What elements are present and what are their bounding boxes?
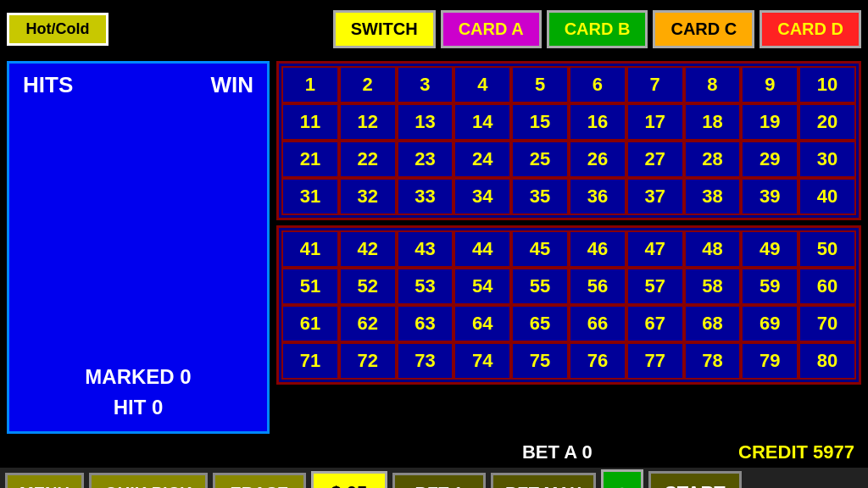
num-cell-26[interactable]: 26 [569, 141, 626, 178]
num-cell-69[interactable]: 69 [741, 305, 798, 342]
num-cell-33[interactable]: 33 [397, 178, 454, 215]
num-cell-12[interactable]: 12 [339, 103, 397, 141]
num-cell-18[interactable]: 18 [684, 103, 742, 141]
num-cell-35[interactable]: 35 [511, 178, 569, 215]
num-cell-9[interactable]: 9 [741, 66, 798, 103]
num-cell-72[interactable]: 72 [339, 342, 397, 380]
num-cell-29[interactable]: 29 [741, 141, 798, 178]
num-cell-50[interactable]: 50 [798, 230, 856, 268]
num-cell-5[interactable]: 5 [511, 66, 569, 103]
num-cell-49[interactable]: 49 [741, 230, 798, 268]
num-cell-17[interactable]: 17 [626, 103, 684, 141]
tab-card-b[interactable]: CARD B [547, 10, 648, 48]
num-cell-54[interactable]: 54 [453, 268, 511, 305]
num-cell-39[interactable]: 39 [741, 178, 798, 215]
num-cell-41[interactable]: 41 [281, 230, 339, 268]
num-cell-47[interactable]: 47 [626, 230, 684, 268]
num-cell-24[interactable]: 24 [453, 141, 511, 178]
amount-button[interactable]: $.05 [311, 471, 387, 488]
num-cell-43[interactable]: 43 [397, 230, 454, 268]
num-cell-2[interactable]: 2 [339, 66, 397, 103]
num-cell-6[interactable]: 6 [569, 66, 626, 103]
num-cell-79[interactable]: 79 [741, 342, 798, 380]
num-cell-80[interactable]: 80 [798, 342, 856, 380]
num-cell-71[interactable]: 71 [281, 342, 339, 380]
grid-row: 11121314151617181920 [281, 103, 856, 141]
num-cell-30[interactable]: 30 [798, 141, 856, 178]
tab-card-a[interactable]: CARD A [441, 10, 542, 48]
hot-cold-button[interactable]: Hot/Cold [7, 13, 108, 46]
num-cell-78[interactable]: 78 [684, 342, 742, 380]
num-cell-57[interactable]: 57 [626, 268, 684, 305]
grid-row: 71727374757677787980 [281, 342, 856, 380]
num-cell-62[interactable]: 62 [339, 305, 397, 342]
num-cell-13[interactable]: 13 [397, 103, 454, 141]
num-cell-34[interactable]: 34 [453, 178, 511, 215]
num-cell-64[interactable]: 64 [453, 305, 511, 342]
num-cell-16[interactable]: 16 [569, 103, 626, 141]
num-cell-70[interactable]: 70 [798, 305, 856, 342]
tab-card-c[interactable]: CARD C [653, 10, 754, 48]
num-cell-67[interactable]: 67 [626, 305, 684, 342]
num-cell-20[interactable]: 20 [798, 103, 856, 141]
num-cell-31[interactable]: 31 [281, 178, 339, 215]
num-cell-53[interactable]: 53 [397, 268, 454, 305]
num-cell-28[interactable]: 28 [684, 141, 742, 178]
num-cell-44[interactable]: 44 [453, 230, 511, 268]
num-cell-22[interactable]: 22 [339, 141, 397, 178]
num-cell-42[interactable]: 42 [339, 230, 397, 268]
num-cell-58[interactable]: 58 [684, 268, 742, 305]
bet1-button[interactable]: BET 1 [392, 473, 486, 489]
num-cell-27[interactable]: 27 [626, 141, 684, 178]
num-cell-66[interactable]: 66 [569, 305, 626, 342]
num-cell-48[interactable]: 48 [684, 230, 742, 268]
quik-pick-button[interactable]: QUIK PICK [89, 473, 208, 489]
num-cell-76[interactable]: 76 [569, 342, 626, 380]
num-cell-32[interactable]: 32 [339, 178, 397, 215]
num-cell-46[interactable]: 46 [569, 230, 626, 268]
num-cell-45[interactable]: 45 [511, 230, 569, 268]
num-cell-11[interactable]: 11 [281, 103, 339, 141]
num-cell-52[interactable]: 52 [339, 268, 397, 305]
num-cell-61[interactable]: 61 [281, 305, 339, 342]
num-cell-14[interactable]: 14 [453, 103, 511, 141]
num-cell-68[interactable]: 68 [684, 305, 742, 342]
tab-switch[interactable]: SWITCH [333, 10, 436, 48]
erase-button[interactable]: ERASE [213, 473, 306, 489]
marked-label: MARKED 0 [23, 362, 253, 392]
num-cell-25[interactable]: 25 [511, 141, 569, 178]
num-cell-65[interactable]: 65 [511, 305, 569, 342]
num-cell-7[interactable]: 7 [626, 66, 684, 103]
num-cell-56[interactable]: 56 [569, 268, 626, 305]
num-cell-8[interactable]: 8 [684, 66, 742, 103]
num-cell-75[interactable]: 75 [511, 342, 569, 380]
num-cell-15[interactable]: 15 [511, 103, 569, 141]
num-cell-21[interactable]: 21 [281, 141, 339, 178]
marked-hit-area: MARKED 0 HIT 0 [23, 362, 253, 423]
num-cell-40[interactable]: 40 [798, 178, 856, 215]
tab-card-d[interactable]: CARD D [760, 10, 861, 48]
num-cell-59[interactable]: 59 [741, 268, 798, 305]
num-cell-19[interactable]: 19 [741, 103, 798, 141]
num-cell-63[interactable]: 63 [397, 305, 454, 342]
top-bar: Hot/Cold SWITCH CARD A CARD B CARD C CAR… [0, 0, 868, 58]
num-cell-60[interactable]: 60 [798, 268, 856, 305]
start-button[interactable]: START [648, 471, 742, 488]
bet-max-button[interactable]: BET MAX [491, 473, 596, 489]
num-cell-38[interactable]: 38 [684, 178, 742, 215]
num-cell-3[interactable]: 3 [397, 66, 454, 103]
menu-button[interactable]: MENU [5, 473, 84, 489]
num-cell-51[interactable]: 51 [281, 268, 339, 305]
num-cell-37[interactable]: 37 [626, 178, 684, 215]
num-cell-4[interactable]: 4 [453, 66, 511, 103]
num-cell-55[interactable]: 55 [511, 268, 569, 305]
num-cell-74[interactable]: 74 [453, 342, 511, 380]
num-cell-23[interactable]: 23 [397, 141, 454, 178]
plus-button[interactable]: + [601, 469, 643, 489]
grid-row: 51525354555657585960 [281, 268, 856, 305]
num-cell-36[interactable]: 36 [569, 178, 626, 215]
num-cell-1[interactable]: 1 [281, 66, 339, 103]
num-cell-10[interactable]: 10 [798, 66, 856, 103]
num-cell-73[interactable]: 73 [397, 342, 454, 380]
num-cell-77[interactable]: 77 [626, 342, 684, 380]
